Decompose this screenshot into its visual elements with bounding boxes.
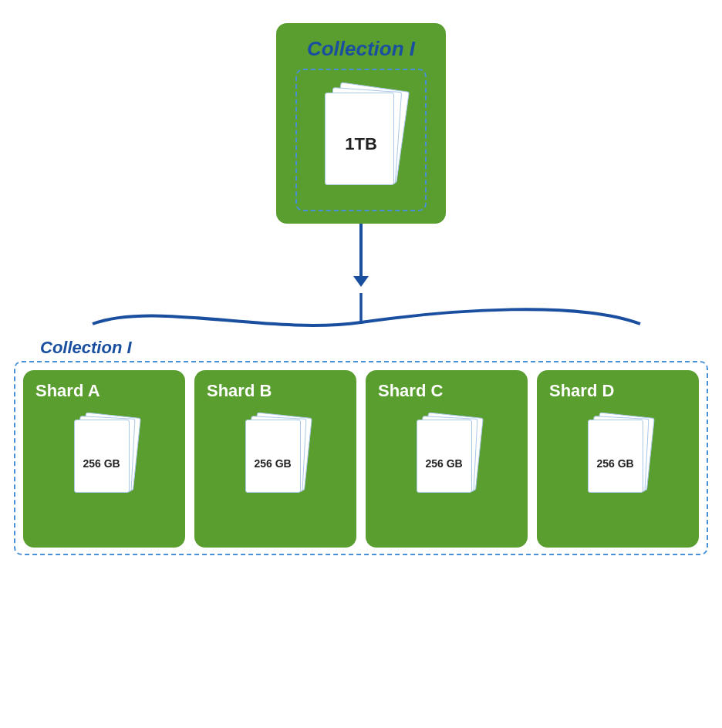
top-collection-dashed-box: 1TB [295,69,427,211]
diagram-container: Collection I 1TB Collection I [0,0,722,728]
shard-a-doc-stack: 256 GB [71,415,140,500]
shard-c-doc-stack: 256 GB [413,415,483,500]
shards-inner: Shard A 256 GB Shard B 256 GB [14,332,708,555]
shard-d-label: Shard D [549,381,614,401]
shard-b-doc-stack: 256 GB [242,415,312,500]
shard-b-box: Shard B 256 GB [194,370,356,548]
shard-b-label: Shard B [207,381,272,401]
shard-a-size: 256 GB [83,457,120,469]
shard-b-size: 256 GB [254,457,291,469]
shard-a-label: Shard A [35,381,100,401]
shard-c-box: Shard C 256 GB [366,370,528,548]
shard-d-size: 256 GB [596,457,633,469]
shard-d-doc-stack: 256 GB [585,415,654,500]
shard-d-box: Shard D 256 GB [537,370,699,548]
top-collection-label: Collection I [307,37,415,61]
shard-c-label: Shard C [378,381,443,401]
arrow-area [0,224,722,332]
bottom-collection-label: Collection I [40,338,132,358]
shard-a-box: Shard A 256 GB [23,370,185,548]
shard-c-size: 256 GB [425,457,462,469]
svg-marker-1 [353,276,369,287]
top-collection-size: 1TB [345,134,377,154]
top-collection-box: Collection I 1TB [276,23,446,224]
shards-wrapper: Collection I Shard A 256 GB Shard B [14,332,708,555]
connector-arrows [0,224,722,332]
top-doc-stack: 1TB [319,86,403,194]
